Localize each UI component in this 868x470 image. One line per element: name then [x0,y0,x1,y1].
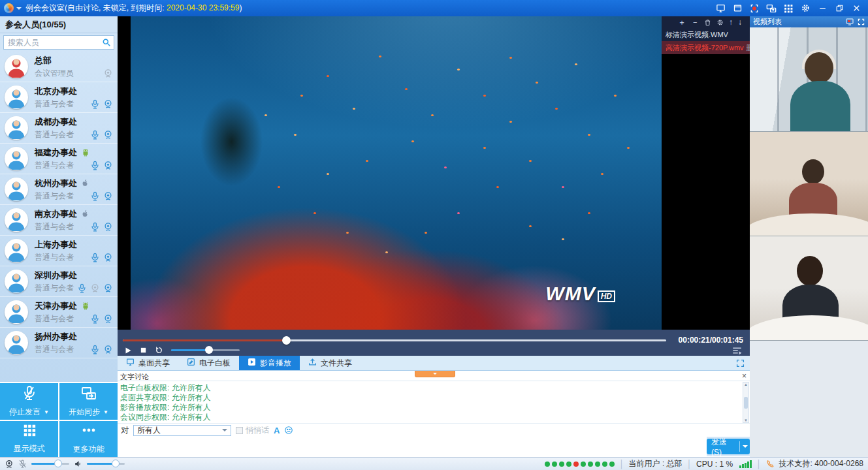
camera-icon[interactable] [103,99,113,109]
camera-icon[interactable] [103,222,113,232]
participant-row[interactable]: 成都办事处普通与会者 [0,113,118,144]
chat-scrollbar[interactable]: ▲▼ [743,382,749,423]
playlist-add-icon[interactable]: ＋ [678,18,686,26]
recipient-select[interactable]: 所有人 [133,425,231,436]
camera-icon[interactable] [103,191,113,201]
scroll-thumb[interactable] [744,397,748,409]
tab-media-playback[interactable]: 影音播放 [239,356,300,370]
camera-icon[interactable] [103,345,113,354]
scroll-up-icon[interactable]: ▲ [744,383,748,386]
participant-row[interactable]: 深圳办事处普通与会者 [0,266,118,297]
mic-icon[interactable] [90,130,100,140]
seek-bar[interactable] [123,339,666,341]
camera-off-icon[interactable] [103,69,113,78]
mic-volume-slider[interactable] [31,463,69,465]
fullscreen-icon[interactable] [858,18,865,25]
mic-icon[interactable] [77,283,87,293]
playlist-item[interactable]: 高清演示视频-720P.wmv删除 [662,41,750,54]
camera-icon[interactable] [103,283,113,293]
play-button[interactable] [124,347,132,354]
minimize-button[interactable] [817,3,828,14]
camera-icon[interactable] [103,314,113,324]
playlist-settings-icon[interactable] [716,19,724,26]
playlist-move-down-icon[interactable]: ↓ [738,18,742,26]
send-button[interactable]: 发送(S) [707,439,750,454]
remote-video-1[interactable] [750,27,868,132]
chat-fullscreen-icon[interactable] [736,356,745,370]
mic-volume-thumb[interactable] [54,460,62,467]
media-stage: WMVHD ＋ － ↑ ↓ 标清演示视频.WMV高清演示视频-720P.wmv删… [118,16,750,330]
tab-desktop-share[interactable]: 桌面共享 [118,356,178,370]
seek-thumb[interactable] [282,336,291,345]
video-wall-icon[interactable] [846,18,854,25]
mic-icon[interactable] [90,253,100,262]
volume-slider[interactable] [171,349,240,351]
camera-icon[interactable] [103,130,113,140]
volume-thumb[interactable] [205,346,213,354]
playlist-item[interactable]: 标清演示视频.WMV [662,28,750,41]
mic-muted-icon[interactable] [18,460,27,468]
search-icon[interactable] [102,38,111,50]
participant-row[interactable]: 杭州办事处普通与会者 [0,174,118,205]
playlist-trash-icon[interactable] [704,19,711,26]
participant-row[interactable]: 福建办事处普通与会者 [0,144,118,174]
mic-icon[interactable] [90,222,100,232]
camera-icon[interactable] [103,161,113,170]
stop-speaking-button[interactable]: 停止发言▼ [0,383,58,420]
camera-off-icon[interactable] [90,283,100,293]
camera-icon[interactable] [103,253,113,262]
speaker-icon[interactable] [74,460,82,468]
participant-row[interactable]: 北京办事处普通与会者 [0,82,118,113]
display-mode-button[interactable]: 显示模式 [0,421,58,458]
participant-row[interactable]: 天津办事处普通与会者 [0,297,118,328]
tab-whiteboard[interactable]: 电子白板 [178,356,239,370]
start-sync-button[interactable]: 开始同步▼ [59,383,118,420]
playlist-toggle-icon[interactable] [732,346,742,358]
participant-row[interactable]: 南京办事处普通与会者 [0,205,118,236]
participant-row[interactable]: 上海办事处普通与会者 [0,236,118,266]
scroll-down-icon[interactable]: ▼ [744,418,748,422]
sync-screens-icon[interactable] [766,3,777,14]
playlist-item-name: 高清演示视频-720P.wmv [666,41,744,54]
chevron-down-icon[interactable]: ▼ [103,409,108,415]
font-style-icon[interactable]: A [274,426,280,435]
stop-button[interactable] [140,347,147,354]
participant-role: 会议管理员 [35,68,74,79]
more-dots-icon [81,422,97,440]
display-grid-icon[interactable] [783,3,794,14]
mic-icon[interactable] [90,191,100,201]
whisper-checkbox[interactable] [236,427,243,434]
video-player-frame[interactable]: WMVHD [131,16,662,330]
record-icon[interactable] [749,3,760,14]
chat-close-icon[interactable]: × [742,371,747,381]
more-functions-button[interactable]: 更多功能 [59,421,118,458]
whisper-option[interactable]: 悄悄话 [236,425,269,436]
mic-icon[interactable] [90,161,100,170]
participant-row[interactable]: 总部会议管理员 [0,52,118,82]
screen-share-icon[interactable] [715,3,726,14]
tab-file-share[interactable]: 文件共享 [300,356,361,370]
playlist-move-up-icon[interactable]: ↑ [729,18,733,26]
speaker-volume-thumb[interactable] [112,460,120,467]
participant-row[interactable]: 扬州办事处普通与会者 [0,328,118,358]
mic-icon[interactable] [90,99,100,109]
emoji-icon[interactable] [284,426,293,435]
chat-collapse-handle[interactable] [415,371,455,377]
maximize-button[interactable] [834,3,844,14]
mic-icon[interactable] [90,314,100,324]
replay-button[interactable] [155,346,163,354]
webcam-status-icon[interactable] [5,460,14,469]
window-mode-icon[interactable] [732,3,743,14]
chevron-down-icon[interactable]: ▼ [44,409,49,415]
playlist-remove-icon[interactable]: － [691,18,699,26]
mic-icon[interactable] [90,345,100,354]
search-input[interactable] [3,35,114,50]
speaker-volume-slider[interactable] [87,463,125,465]
send-options-icon[interactable] [740,443,750,450]
remote-video-2[interactable] [750,132,868,236]
remote-video-3[interactable] [750,236,868,341]
close-button[interactable] [851,3,861,14]
settings-gear-icon[interactable] [800,3,811,14]
message-input[interactable] [118,437,707,456]
chevron-down-icon[interactable] [16,7,22,12]
